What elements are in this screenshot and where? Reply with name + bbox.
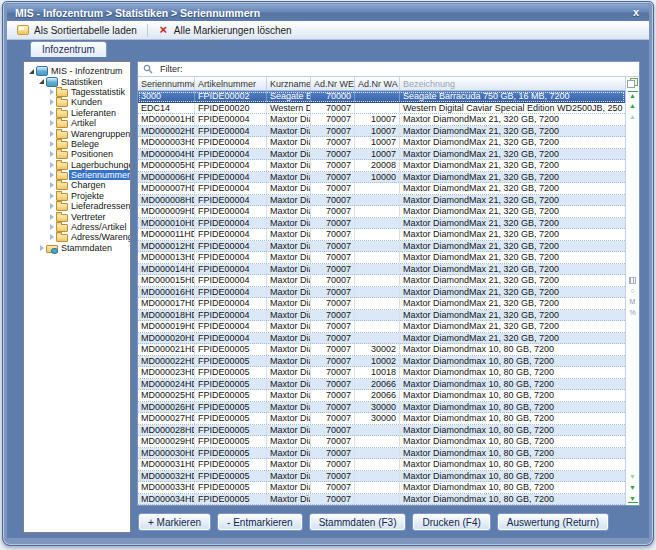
- entmarkieren-button[interactable]: - Entmarkieren: [217, 513, 303, 531]
- expander-icon[interactable]: [47, 110, 56, 116]
- tree-item[interactable]: Lagerbuchungen: [25, 160, 129, 170]
- expander-icon[interactable]: [47, 172, 56, 178]
- table-row[interactable]: MD000012HD FPIDE00004 Maxtor Dia 70007 M…: [138, 241, 625, 253]
- table-row[interactable]: MD000014HD FPIDE00004 Maxtor Dia 70007 M…: [138, 264, 625, 276]
- tree-item[interactable]: Statistiken: [25, 76, 129, 86]
- column-chooser-icon[interactable]: [627, 78, 638, 88]
- filter-row[interactable]: Filter:: [138, 62, 639, 77]
- table-row[interactable]: MD000009HD FPIDE00004 Maxtor Dia 70007 M…: [138, 206, 625, 218]
- header-adnr-wa[interactable]: Ad.Nr WA: [355, 77, 400, 90]
- tree-item[interactable]: Tagesstatistik: [25, 87, 129, 97]
- expander-icon[interactable]: [47, 224, 56, 230]
- header-adnr-we[interactable]: Ad.Nr WE: [311, 77, 355, 90]
- tree-item[interactable]: Adress/Warengruppen: [25, 232, 129, 242]
- expander-icon[interactable]: [47, 203, 56, 209]
- drucken-button[interactable]: Drucken (F4): [412, 513, 490, 531]
- tree-item[interactable]: Chargen: [25, 180, 129, 190]
- expander-icon[interactable]: [47, 141, 56, 147]
- expander-icon[interactable]: [47, 214, 56, 220]
- table-row[interactable]: MD000003HD FPIDE00004 Maxtor Dia 70007 1…: [138, 137, 625, 149]
- expander-icon[interactable]: [47, 193, 56, 199]
- header-bezeichnung[interactable]: Bezeichnung: [400, 77, 625, 90]
- expander-icon[interactable]: [47, 151, 56, 157]
- tree-item[interactable]: Adress/Artikel: [25, 222, 129, 232]
- tab-infozentrum[interactable]: Infozentrum: [30, 41, 107, 57]
- expander-icon[interactable]: [47, 234, 56, 240]
- scroll-top-icon[interactable]: ▲: [628, 91, 638, 99]
- table-row[interactable]: MD000023HD FPIDE00005 Maxtor Dia 70007 1…: [138, 367, 625, 379]
- table-row[interactable]: MD000022HD FPIDE00005 Maxtor Dia 70007 1…: [138, 356, 625, 368]
- table-row[interactable]: MD000013HD FPIDE00004 Maxtor Dia 70007 M…: [138, 252, 625, 264]
- auswertung-button[interactable]: Auswertung (Return): [497, 513, 609, 531]
- expander-icon[interactable]: [47, 120, 56, 126]
- tree-item[interactable]: Lieferadressen: [25, 201, 129, 211]
- table-row[interactable]: MD000005HD FPIDE00004 Maxtor Dia 70007 2…: [138, 160, 625, 172]
- table-row[interactable]: MD000026HD FPIDE00005 Maxtor Dia 70007 3…: [138, 402, 625, 414]
- header-artikelnummer[interactable]: Artikelnummer: [195, 77, 267, 90]
- table-row[interactable]: MD000019HD FPIDE00004 Maxtor Dia 70007 M…: [138, 321, 625, 333]
- tree-item[interactable]: Stammdaten: [25, 243, 129, 253]
- load-sort-table-button[interactable]: Als Sortiertabelle laden: [10, 22, 144, 39]
- table-row[interactable]: MD000034HD FPIDE00005 Maxtor Dia 70007 M…: [138, 494, 625, 506]
- stammdaten-button[interactable]: Stammdaten (F3): [309, 513, 407, 531]
- expander-icon[interactable]: [37, 245, 46, 251]
- percent-icon[interactable]: %: [628, 309, 638, 317]
- tree-item[interactable]: Warengruppen: [25, 128, 129, 138]
- tree-item[interactable]: Seriennummern: [25, 170, 129, 180]
- close-icon[interactable]: x: [630, 6, 642, 19]
- title-bar[interactable]: MIS - Infozentrum > Statistiken > Serien…: [7, 4, 649, 21]
- table-row[interactable]: EDC14 FPIDE00020 Western Di 70007 Wester…: [138, 103, 625, 115]
- table-row[interactable]: MD000011HD FPIDE00004 Maxtor Dia 70007 M…: [138, 229, 625, 241]
- tree-item[interactable]: Artikel: [25, 118, 129, 128]
- table-row[interactable]: MD000018HD FPIDE00004 Maxtor Dia 70007 M…: [138, 310, 625, 322]
- markieren-button[interactable]: + Markieren: [138, 513, 211, 531]
- scroll-bottom-icon[interactable]: ▼: [628, 495, 638, 503]
- tree-item[interactable]: Vertreter: [25, 211, 129, 221]
- expander-icon[interactable]: [47, 162, 56, 168]
- table-row[interactable]: MD000010HD FPIDE00004 Maxtor Dia 70007 M…: [138, 218, 625, 230]
- header-kurzname[interactable]: Kurzname: [267, 77, 311, 90]
- expander-icon[interactable]: [37, 79, 46, 84]
- scroll-up-icon[interactable]: ▲: [628, 102, 638, 110]
- table-row[interactable]: MD000016HD FPIDE00004 Maxtor Dia 70007 M…: [138, 287, 625, 299]
- table-row[interactable]: MD000001HD FPIDE00004 Maxtor Dia 70007 1…: [138, 114, 625, 126]
- table-row[interactable]: MD000017HD FPIDE00004 Maxtor Dia 70007 M…: [138, 298, 625, 310]
- table-row[interactable]: MD000006HD FPIDE00004 Maxtor Dia 70007 1…: [138, 172, 625, 184]
- table-row[interactable]: MD000020HD FPIDE00004 Maxtor Dia 70007 M…: [138, 333, 625, 345]
- table-row[interactable]: MD000002HD FPIDE00004 Maxtor Dia 70007 1…: [138, 126, 625, 138]
- tree-item[interactable]: Belege: [25, 139, 129, 149]
- table-row[interactable]: MD000033HD FPIDE00005 Maxtor Dia 70007 M…: [138, 482, 625, 494]
- table-row[interactable]: MD000031HD FPIDE00005 Maxtor Dia 70007 M…: [138, 459, 625, 471]
- tree-item[interactable]: Kunden: [25, 97, 129, 107]
- scroll-down-icon[interactable]: ▼: [628, 484, 638, 492]
- expander-icon[interactable]: [47, 99, 56, 105]
- table-row[interactable]: MD000008HD FPIDE00004 Maxtor Dia 70007 M…: [138, 195, 625, 207]
- table-row[interactable]: MD000028HD FPIDE00005 Maxtor Dia 70007 M…: [138, 425, 625, 437]
- table-row[interactable]: MD000024HD FPIDE00005 Maxtor Dia 70007 2…: [138, 379, 625, 391]
- expander-icon[interactable]: [47, 182, 56, 188]
- search-icon[interactable]: ○: [628, 287, 638, 295]
- tree-item[interactable]: Lieferanten: [25, 108, 129, 118]
- table-row[interactable]: MD000007HD FPIDE00004 Maxtor Dia 70007 M…: [138, 183, 625, 195]
- table-row[interactable]: MD000027HD FPIDE00005 Maxtor Dia 70007 3…: [138, 413, 625, 425]
- header-seriennummer[interactable]: Seriennummer: [138, 77, 195, 90]
- table-row[interactable]: 3000 FPIDE00002 Seagate Ba 70000 Seagate…: [138, 91, 625, 103]
- scroll-prev-icon[interactable]: ▲: [628, 113, 638, 121]
- columns-icon[interactable]: [629, 277, 636, 284]
- table-row[interactable]: MD000004HD FPIDE00004 Maxtor Dia 70007 1…: [138, 149, 625, 161]
- table-row[interactable]: MD000029HD FPIDE00005 Maxtor Dia 70007 M…: [138, 436, 625, 448]
- table-row[interactable]: MD000025HD FPIDE00005 Maxtor Dia 70007 2…: [138, 390, 625, 402]
- tree-item[interactable]: Projekte: [25, 191, 129, 201]
- expander-icon[interactable]: [47, 89, 56, 95]
- table-row[interactable]: MD000021HD FPIDE00005 Maxtor Dia 70007 3…: [138, 344, 625, 356]
- scroll-next-icon[interactable]: ▼: [628, 473, 638, 481]
- clear-marks-button[interactable]: × Alle Markierungen löschen: [151, 22, 299, 39]
- expander-icon[interactable]: [47, 131, 56, 137]
- tree-item[interactable]: Positionen: [25, 149, 129, 159]
- table-row[interactable]: MD000030HD FPIDE00005 Maxtor Dia 70007 M…: [138, 448, 625, 460]
- table-row[interactable]: MD000032HD FPIDE00005 Maxtor Dia 70007 M…: [138, 471, 625, 483]
- table-row[interactable]: MD000015HD FPIDE00004 Maxtor Dia 70007 M…: [138, 275, 625, 287]
- expander-icon[interactable]: [27, 69, 36, 74]
- memo-icon[interactable]: M: [628, 298, 638, 306]
- tree-item[interactable]: MIS - Infozentrum: [25, 66, 129, 76]
